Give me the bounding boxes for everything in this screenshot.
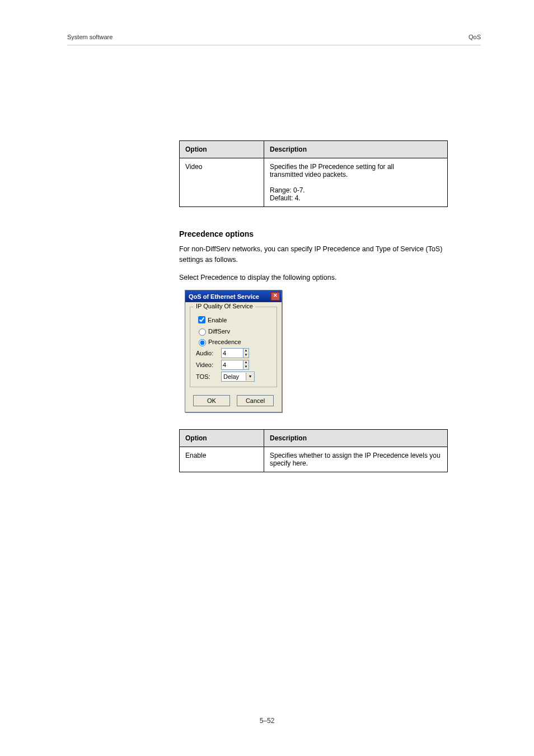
table1-option-cell: Video [180, 158, 264, 207]
cancel-button[interactable]: Cancel [237, 395, 274, 406]
precedence-label: Precedence [208, 339, 241, 345]
tos-select[interactable]: Delay ▼ [221, 372, 255, 382]
table-row: Video Specifies the IP Precedence settin… [180, 158, 448, 207]
qos-dialog: QoS of Ethernet Service ✕ IP Quality Of … [185, 290, 282, 412]
table2-header-option: Option [180, 430, 264, 447]
page-number: 5–52 [0, 717, 534, 725]
audio-label: Audio: [196, 350, 221, 356]
tos-label: TOS: [196, 373, 221, 380]
table1-header-option: Option [180, 141, 264, 158]
running-header-right: QoS [469, 34, 481, 40]
enable-label: Enable [208, 317, 227, 323]
diffserv-label: DiffServ [208, 328, 230, 335]
audio-input[interactable] [222, 349, 243, 358]
spin-up-icon[interactable]: ▲ [243, 349, 249, 353]
chevron-down-icon[interactable]: ▼ [246, 373, 254, 381]
diffserv-radio[interactable] [199, 328, 206, 336]
table2-desc-cell: Specifies whether to assign the IP Prece… [264, 447, 448, 472]
section-paragraph-2: Select Precedence to display the followi… [179, 273, 459, 283]
dialog-titlebar[interactable]: QoS of Ethernet Service ✕ [185, 290, 282, 302]
dialog-title: QoS of Ethernet Service [189, 293, 259, 300]
video-spinner[interactable]: ▲ ▼ [221, 360, 249, 370]
spin-down-icon[interactable]: ▼ [243, 353, 249, 358]
audio-spinner[interactable]: ▲ ▼ [221, 348, 249, 358]
groupbox-legend: IP Quality Of Service [194, 303, 255, 309]
section-paragraph-1: For non-DiffServ networks, you can speci… [179, 244, 459, 266]
enable-checkbox[interactable] [198, 316, 205, 323]
table2-header-description: Description [264, 430, 448, 447]
precedence-radio[interactable] [199, 339, 206, 346]
table2-option-cell: Enable [180, 447, 264, 472]
options-table-1: Option Description Video Specifies the I… [179, 140, 448, 207]
ip-qos-groupbox: IP Quality Of Service Enable DiffServ Pr… [190, 307, 277, 387]
options-table-2: Option Description Enable Specifies whet… [179, 429, 448, 472]
section-heading: Precedence options [179, 229, 481, 238]
close-icon[interactable]: ✕ [271, 292, 280, 300]
ok-button[interactable]: OK [193, 395, 230, 406]
video-input[interactable] [222, 360, 243, 369]
header-rule [67, 45, 481, 45]
running-header-left: System software [67, 34, 113, 40]
spin-up-icon[interactable]: ▲ [243, 360, 249, 365]
tos-value: Delay [223, 373, 239, 380]
video-label: Video: [196, 361, 221, 368]
table1-header-description: Description [264, 141, 448, 158]
table1-desc-cell: Specifies the IP Precedence setting for … [264, 158, 448, 207]
spin-down-icon[interactable]: ▼ [243, 365, 249, 369]
table-row: Enable Specifies whether to assign the I… [180, 447, 448, 472]
